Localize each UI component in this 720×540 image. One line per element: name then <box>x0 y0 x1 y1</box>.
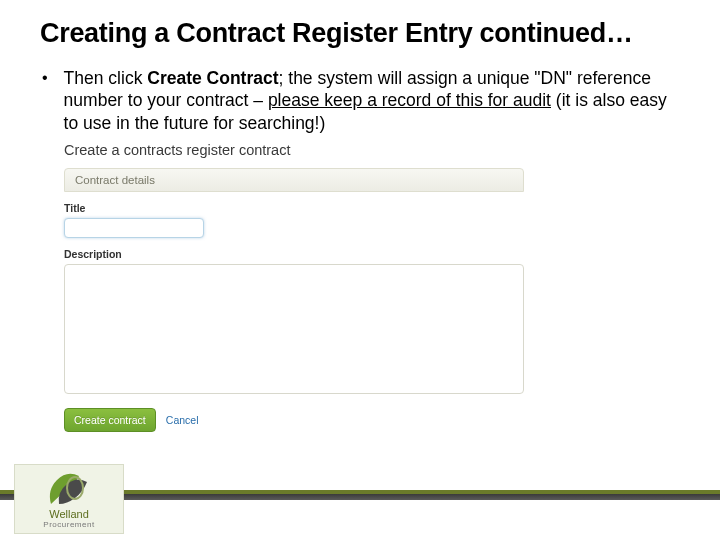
panel-header: Contract details <box>64 168 524 192</box>
create-contract-button[interactable]: Create contract <box>64 408 156 432</box>
description-input[interactable] <box>64 264 524 394</box>
button-row: Create contract Cancel <box>64 408 524 432</box>
bullet-text: Then click Create Contract; the system w… <box>64 67 680 134</box>
logo-icon <box>45 470 93 510</box>
bullet-item: • Then click Create Contract; the system… <box>42 67 680 134</box>
logo-text-1: Welland <box>49 508 89 520</box>
slide-title: Creating a Contract Register Entry conti… <box>40 18 680 49</box>
cancel-link[interactable]: Cancel <box>166 414 199 426</box>
form-screenshot: Create a contracts register contract Con… <box>64 142 524 432</box>
title-label: Title <box>64 202 524 214</box>
bullet-marker: • <box>42 69 48 87</box>
description-label: Description <box>64 248 524 260</box>
form-heading: Create a contracts register contract <box>64 142 524 158</box>
title-input[interactable] <box>64 218 204 238</box>
logo: Welland Procurement <box>14 464 124 534</box>
logo-text-2: Procurement <box>43 520 94 529</box>
